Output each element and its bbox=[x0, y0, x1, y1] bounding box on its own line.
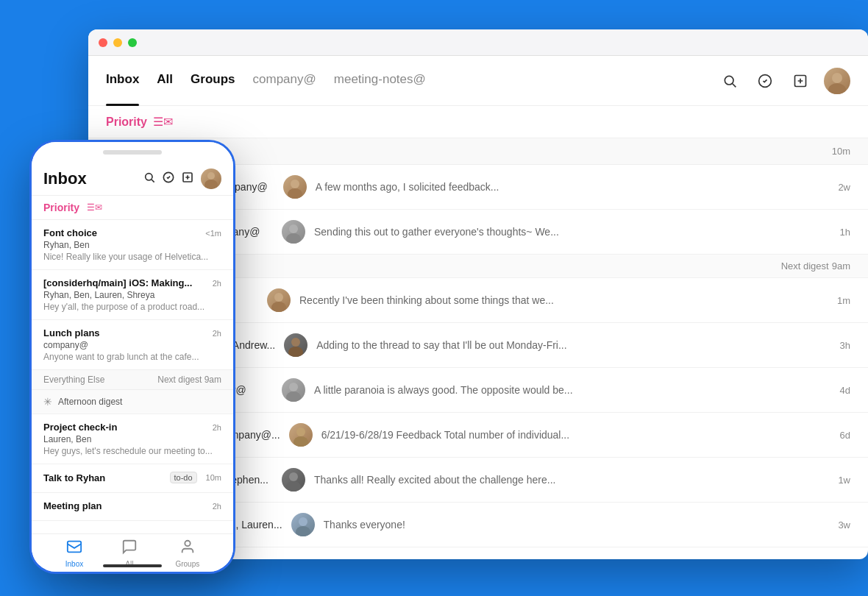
phone-email-sender: Ryhan, Ben bbox=[43, 240, 221, 250]
priority-filter-icon[interactable]: ☰✉ bbox=[153, 115, 173, 129]
phone-email-item[interactable]: Lunch plans 2h company@ Anyone want to g… bbox=[32, 320, 233, 370]
svg-point-7 bbox=[828, 83, 846, 94]
svg-line-1 bbox=[733, 83, 736, 87]
sender-avatar bbox=[283, 175, 307, 199]
priority-row: Priority ☰✉ bbox=[88, 106, 868, 138]
user-avatar[interactable] bbox=[824, 68, 850, 94]
check-button[interactable] bbox=[753, 69, 777, 93]
phone-email-time: 2h bbox=[213, 423, 221, 432]
priority-label[interactable]: Priority bbox=[106, 116, 147, 129]
tab-all[interactable]: All bbox=[157, 72, 173, 90]
svg-point-19 bbox=[294, 436, 308, 447]
minimize-button[interactable] bbox=[113, 38, 122, 47]
phone-email-preview: Nice! Really like your usage of Helvetic… bbox=[43, 252, 221, 262]
email-preview: A few months ago, I solicited feedback..… bbox=[316, 181, 819, 193]
groups-tab-icon bbox=[179, 539, 196, 558]
sender-avatar bbox=[282, 378, 305, 402]
email-time: 6d bbox=[828, 430, 850, 441]
compose-button[interactable] bbox=[789, 69, 812, 93]
phone-email-item[interactable]: Talk to Ryhan to-do 10m bbox=[32, 464, 233, 493]
email-time: 1w bbox=[828, 475, 850, 486]
phone-tab-inbox[interactable]: Inbox bbox=[65, 539, 83, 568]
phone-email-subject: Font choice bbox=[43, 227, 199, 238]
svg-point-11 bbox=[286, 233, 301, 244]
phone-check-icon[interactable] bbox=[163, 171, 174, 186]
phone-email-preview: Anyone want to grab lunch at the cafe... bbox=[43, 352, 221, 362]
svg-point-18 bbox=[296, 428, 305, 436]
phone-tab-all[interactable]: All bbox=[121, 539, 138, 568]
email-time: 4d bbox=[828, 385, 850, 396]
tab-meeting-notes[interactable]: meeting-notes@ bbox=[334, 72, 426, 90]
phone-email-list: Font choice <1m Ryhan, Ben Nice! Really … bbox=[32, 220, 233, 528]
svg-point-6 bbox=[832, 73, 842, 83]
phone-notch bbox=[32, 142, 233, 163]
phone-compose-icon[interactable] bbox=[182, 171, 193, 186]
phone-section-time-everything: Next digest 9am bbox=[157, 375, 221, 385]
sender-avatar bbox=[284, 333, 307, 357]
email-preview: Adding to the thread to say that I'll be… bbox=[316, 339, 819, 351]
phone-email-subject: [considerhq/main] iOS: Making... bbox=[43, 277, 207, 288]
all-tab-icon bbox=[121, 539, 138, 558]
svg-point-35 bbox=[185, 540, 190, 545]
sender-avatar bbox=[289, 423, 313, 447]
inbox-tab-label: Inbox bbox=[65, 560, 83, 568]
section-time-todo: 10m bbox=[832, 146, 850, 157]
email-time: 3w bbox=[828, 519, 850, 531]
mobile-phone: Inbox Priority ☰✉ bbox=[29, 140, 235, 574]
tab-inbox[interactable]: Inbox bbox=[106, 72, 139, 90]
phone-user-avatar[interactable] bbox=[201, 168, 221, 189]
svg-point-23 bbox=[296, 526, 310, 536]
maximize-button[interactable] bbox=[128, 38, 137, 47]
svg-point-12 bbox=[274, 293, 283, 302]
nav-tabs: Inbox All Groups company@ meeting-notes@ bbox=[106, 72, 718, 90]
phone-title: Inbox bbox=[43, 169, 87, 188]
phone-email-preview: Hey guys, let's reschedule our meeting t… bbox=[43, 446, 221, 456]
phone-email-item[interactable]: Project check-in 2h Lauren, Ben Hey guys… bbox=[32, 414, 233, 464]
phone-priority-label[interactable]: Priority bbox=[43, 202, 79, 213]
svg-point-15 bbox=[288, 347, 303, 357]
email-preview: A little paranoia is always good. The op… bbox=[314, 384, 819, 396]
tab-company[interactable]: company@ bbox=[253, 72, 316, 90]
phone-email-item[interactable]: [considerhq/main] iOS: Making... 2h Ryha… bbox=[32, 270, 233, 320]
svg-point-17 bbox=[286, 391, 301, 402]
svg-point-32 bbox=[207, 172, 215, 180]
search-button[interactable] bbox=[718, 69, 741, 93]
todo-tag: to-do bbox=[170, 472, 197, 483]
svg-rect-34 bbox=[68, 541, 81, 552]
phone-email-time: 2h bbox=[213, 329, 221, 338]
email-preview: Thanks all! Really excited about the cha… bbox=[314, 474, 819, 486]
phone-email-time: <1m bbox=[205, 229, 221, 238]
close-button[interactable] bbox=[99, 38, 107, 47]
phone-tab-groups[interactable]: Groups bbox=[175, 539, 199, 568]
notch-inner bbox=[103, 150, 162, 155]
phone-afternoon-digest: ✳ Afternoon digest bbox=[32, 390, 233, 414]
phone-email-sender: company@ bbox=[43, 340, 221, 350]
phone-email-item[interactable]: Meeting plan 2h bbox=[32, 493, 233, 521]
phone-section-header-everything: Everything Else Next digest 9am bbox=[32, 370, 233, 390]
phone-home-indicator bbox=[103, 564, 162, 567]
email-preview: Sending this out to gather everyone's th… bbox=[314, 226, 819, 238]
email-preview: Thanks everyone! bbox=[324, 519, 819, 531]
svg-point-9 bbox=[288, 188, 302, 199]
svg-point-26 bbox=[146, 174, 152, 180]
tab-groups[interactable]: Groups bbox=[191, 72, 235, 90]
window-titlebar bbox=[88, 29, 868, 56]
groups-tab-label: Groups bbox=[175, 560, 199, 568]
phone-email-item[interactable]: Font choice <1m Ryhan, Ben Nice! Really … bbox=[32, 220, 233, 270]
phone-email-sender: Ryhan, Ben, Lauren, Shreya bbox=[43, 290, 221, 300]
phone-email-preview: Hey y'all, the purpose of a product road… bbox=[43, 302, 221, 312]
email-time: 1m bbox=[828, 295, 850, 306]
sender-avatar bbox=[282, 220, 305, 244]
phone-email-sender: Lauren, Ben bbox=[43, 434, 221, 444]
phone-header: Inbox bbox=[32, 163, 233, 196]
email-preview: 6/21/19-6/28/19 Feedback Total number of… bbox=[321, 429, 819, 441]
sender-avatar bbox=[282, 468, 305, 492]
phone-email-time: 2h bbox=[213, 279, 221, 288]
phone-search-icon[interactable] bbox=[143, 171, 155, 186]
phone-email-subject: Talk to Ryhan bbox=[43, 472, 170, 483]
afternoon-digest-label: Afternoon digest bbox=[58, 397, 122, 407]
phone-email-subject: Meeting plan bbox=[43, 500, 207, 511]
next-digest-label: Next digest bbox=[781, 260, 829, 272]
svg-point-10 bbox=[289, 224, 298, 233]
phone-priority-row: Priority ☰✉ bbox=[32, 196, 233, 220]
